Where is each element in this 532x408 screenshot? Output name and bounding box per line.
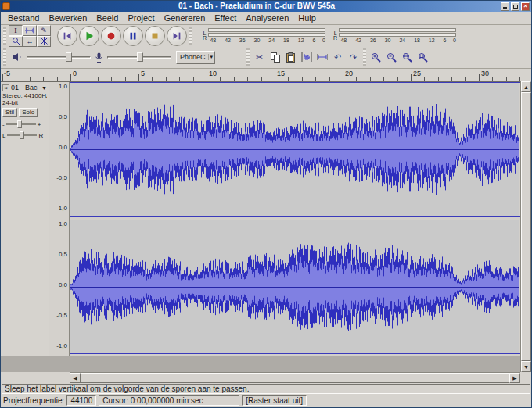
solo-button[interactable]: Solo (19, 108, 38, 117)
ruler-label: 5 (141, 70, 145, 77)
menu-genereren[interactable]: Genereren (160, 13, 210, 23)
zoom-tool-button[interactable] (9, 36, 23, 47)
menubar: Bestand Bewerken Beeld Project Genereren… (1, 12, 531, 25)
maximize-button[interactable] (511, 2, 519, 11)
vertical-ruler[interactable]: 1,0 0,5 0,0 -0,5 -1,0 1,0 0,5 0,0 -0,5 -… (49, 82, 70, 356)
fit-project-button[interactable] (415, 50, 430, 64)
waveform-clip-left-channel[interactable] (70, 82, 520, 217)
edit-toolbar-grip[interactable] (246, 48, 250, 66)
gain-max-label: + (38, 121, 41, 128)
zoom-toolbar-grip[interactable] (363, 48, 366, 66)
output-meter-scale: -48-42-36-30-24-18-12-60 (208, 38, 325, 43)
pan-slider[interactable]: L R (2, 131, 47, 139)
scroll-right-arrow[interactable]: ▶ (509, 373, 520, 383)
track-menu-arrow-icon[interactable]: ▼ (41, 85, 47, 91)
horizontal-scrollbar[interactable]: ◀ ▶ (70, 372, 520, 383)
copy-button[interactable] (268, 50, 282, 64)
input-meter[interactable]: L R -48-42-36-30-24-18-12-60 (333, 28, 456, 43)
multi-tool-button[interactable] (37, 36, 51, 47)
toolbar-area: I ✎ ↔ (1, 25, 531, 69)
pan-left-label: L (2, 132, 5, 139)
ruler-label: 20 (345, 70, 353, 77)
output-meter[interactable]: L R -48-42-36-30-24-18-12-60 (203, 28, 325, 43)
zoom-in-button[interactable] (368, 50, 383, 64)
menu-bestand[interactable]: Bestand (3, 13, 44, 23)
menu-effect[interactable]: Effect (210, 13, 241, 23)
input-source-value: PhoneC (180, 53, 206, 61)
skip-to-start-button[interactable] (57, 26, 77, 46)
output-meter-bar-right (208, 33, 325, 37)
silence-icon (317, 52, 328, 62)
magnifier-icon (12, 37, 20, 45)
edit-toolbar: ✂ ↶ ↷ (252, 50, 361, 64)
ruler-label: 0 (73, 70, 77, 77)
scroll-down-arrow[interactable]: ▼ (521, 361, 531, 372)
meter-toolbar-grip[interactable] (189, 27, 192, 45)
window-title: 01 - Bach - Praeludium in C-dur BWV 545a (13, 1, 501, 12)
pause-button[interactable] (123, 26, 143, 46)
mute-button[interactable]: Stil (2, 108, 17, 117)
paste-icon (286, 52, 295, 63)
vertical-scrollbar-thumb[interactable] (521, 92, 531, 361)
horizontal-scrollbar-thumb[interactable] (81, 373, 509, 383)
tools-toolbar-grip[interactable] (3, 27, 6, 45)
mixer-toolbar-grip[interactable] (3, 48, 6, 66)
menu-analyseren[interactable]: Analyseren (241, 13, 293, 23)
transport-toolbar (57, 26, 187, 46)
cut-button[interactable]: ✂ (252, 50, 267, 64)
scroll-left-arrow[interactable]: ◀ (70, 373, 81, 383)
titlebar[interactable]: 01 - Bach - Praeludium in C-dur BWV 545a… (1, 1, 531, 12)
track-name[interactable]: 01 - Bac (11, 84, 40, 91)
project-rate-label: Projectfrequentie: (3, 396, 64, 405)
timeshift-tool-button[interactable]: ↔ (23, 36, 37, 47)
silence-selection-button[interactable] (315, 50, 329, 64)
vertical-scrollbar[interactable]: ▲ ▼ (520, 81, 531, 372)
waveform-clip-right-channel[interactable] (70, 220, 520, 354)
stop-button[interactable] (145, 26, 165, 46)
track-area: × 01 - Bac ▼ Stereo, 44100Hz 24-bit Stil… (1, 81, 531, 372)
skip-to-end-button[interactable] (167, 26, 187, 46)
undo-button[interactable]: ↶ (330, 50, 345, 64)
output-meter-bar-left (208, 28, 325, 32)
input-source-select[interactable]: PhoneC ▾ (176, 51, 215, 64)
gain-min-label: - (2, 121, 5, 128)
close-button[interactable]: × (521, 2, 530, 11)
tools-toolbar: I ✎ ↔ (9, 25, 51, 47)
redo-button[interactable]: ↷ (346, 50, 361, 64)
chevron-down-icon: ▾ (208, 54, 214, 60)
gain-slider[interactable]: - + (2, 120, 47, 128)
stop-icon (149, 30, 160, 41)
play-button[interactable] (79, 26, 99, 46)
ruler-label: 15 (277, 70, 285, 77)
project-rate-value[interactable]: 44100 (66, 395, 96, 406)
track-format-info: Stereo, 44100Hz (2, 92, 47, 99)
snap-status: [Raster staat uit] (242, 395, 307, 406)
input-meter-scale: -48-42-36-30-24-18-12-60 (339, 38, 456, 43)
fit-selection-button[interactable] (400, 50, 415, 64)
minimize-button[interactable] (501, 2, 509, 11)
menu-project[interactable]: Project (123, 13, 159, 23)
bottom-statusbar: Projectfrequentie: 44100 Cursor: 0:00,00… (1, 395, 531, 407)
menu-bewerken[interactable]: Bewerken (44, 13, 92, 23)
input-meter-bar-left (339, 28, 456, 32)
menu-beeld[interactable]: Beeld (92, 13, 123, 23)
selection-tool-button[interactable]: I (9, 25, 23, 36)
input-volume-slider[interactable] (106, 52, 173, 63)
envelope-tool-button[interactable] (23, 25, 37, 36)
paste-button[interactable] (283, 50, 298, 64)
timeline-ruler[interactable]: -5 0 5 10 15 20 25 30 (1, 69, 531, 81)
draw-tool-button[interactable]: ✎ (37, 25, 51, 36)
tip-statusbar: Sleep het label vertikaal om de volgorde… (1, 383, 531, 395)
track-control-panel[interactable]: × 01 - Bac ▼ Stereo, 44100Hz 24-bit Stil… (1, 82, 49, 356)
track-close-button[interactable]: × (2, 84, 9, 91)
scroll-up-arrow[interactable]: ▲ (521, 81, 531, 92)
waveform-area[interactable] (70, 82, 520, 356)
ruler-label: 30 (481, 70, 489, 77)
trim-outside-selection-button[interactable] (299, 50, 314, 64)
output-volume-slider[interactable] (25, 52, 92, 63)
menu-hulp[interactable]: Hulp (293, 13, 321, 23)
record-button[interactable] (101, 26, 121, 46)
fit-selection-icon (402, 52, 412, 63)
ruler-label: 10 (209, 70, 217, 77)
zoom-out-button[interactable] (384, 50, 399, 64)
